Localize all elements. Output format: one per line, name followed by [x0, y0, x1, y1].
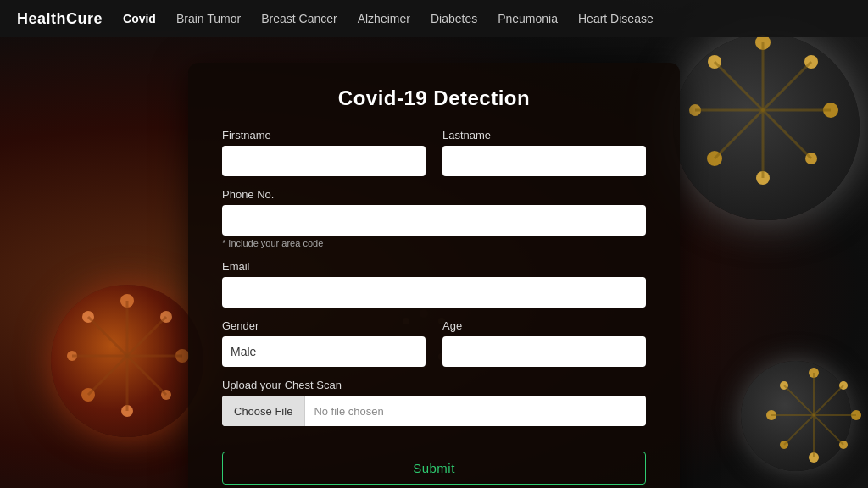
upload-group: Upload your Chest Scan Choose File No fi…	[222, 379, 646, 426]
phone-label: Phone No.	[222, 188, 646, 201]
firstname-group: Firstname	[222, 129, 426, 176]
phone-input[interactable]	[222, 205, 646, 236]
gender-label: Gender	[222, 319, 426, 332]
age-group: Age	[442, 319, 646, 367]
brand-logo: HealthCure	[17, 10, 103, 28]
name-row: Firstname Lastname	[222, 129, 646, 176]
submit-button[interactable]: Submit	[222, 452, 646, 485]
nav-heart-disease[interactable]: Heart Disease	[578, 12, 654, 25]
form-card: Covid-19 Detection Firstname Lastname Ph…	[188, 63, 680, 488]
email-group: Email	[222, 260, 646, 308]
age-label: Age	[442, 319, 646, 332]
nav-brain-tumor[interactable]: Brain Tumor	[176, 12, 241, 25]
nav-pneumonia[interactable]: Pneumonia	[498, 12, 558, 25]
form-title: Covid-19 Detection	[222, 86, 646, 110]
gender-select[interactable]: Male Female Other	[222, 336, 426, 367]
phone-row: Phone No. * Include your area code	[222, 188, 646, 248]
upload-row: Upload your Chest Scan Choose File No fi…	[222, 379, 646, 426]
nav-diabetes[interactable]: Diabetes	[431, 12, 477, 25]
firstname-label: Firstname	[222, 129, 426, 141]
file-choose-button[interactable]: Choose File	[222, 396, 305, 426]
upload-label: Upload your Chest Scan	[222, 379, 646, 391]
file-input-wrapper: Choose File No file chosen	[222, 396, 646, 426]
gender-age-row: Gender Male Female Other Age	[222, 319, 646, 367]
firstname-input[interactable]	[222, 146, 426, 176]
main-content: Covid-19 Detection Firstname Lastname Ph…	[0, 37, 868, 488]
email-label: Email	[222, 260, 646, 273]
nav-alzheimer[interactable]: Alzheimer	[358, 12, 410, 25]
gender-group: Gender Male Female Other	[222, 319, 426, 367]
phone-hint: * Include your area code	[222, 238, 646, 248]
navbar: HealthCure Covid Brain Tumor Breast Canc…	[0, 0, 868, 37]
phone-group: Phone No. * Include your area code	[222, 188, 646, 248]
lastname-label: Lastname	[442, 129, 646, 141]
email-input[interactable]	[222, 277, 646, 308]
file-name-display: No file chosen	[305, 405, 646, 418]
email-row: Email	[222, 260, 646, 308]
nav-covid[interactable]: Covid	[123, 12, 156, 25]
nav-breast-cancer[interactable]: Breast Cancer	[261, 12, 337, 25]
lastname-input[interactable]	[442, 146, 646, 176]
age-input[interactable]	[442, 336, 646, 367]
lastname-group: Lastname	[442, 129, 646, 176]
